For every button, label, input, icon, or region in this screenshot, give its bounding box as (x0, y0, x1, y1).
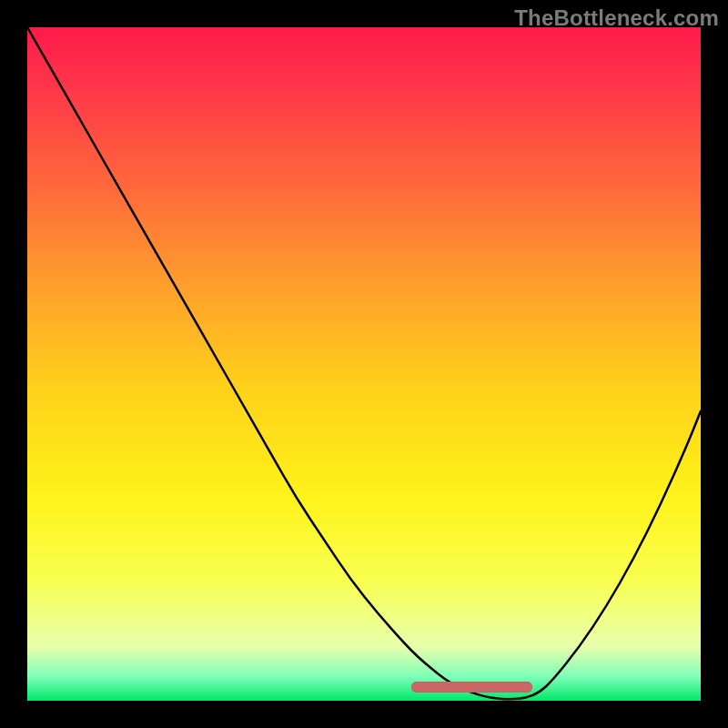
optimal-range-highlight (411, 682, 532, 693)
plot-area (27, 27, 701, 701)
chart-frame: TheBottleneck.com (0, 0, 728, 728)
bottleneck-curve (27, 27, 701, 701)
